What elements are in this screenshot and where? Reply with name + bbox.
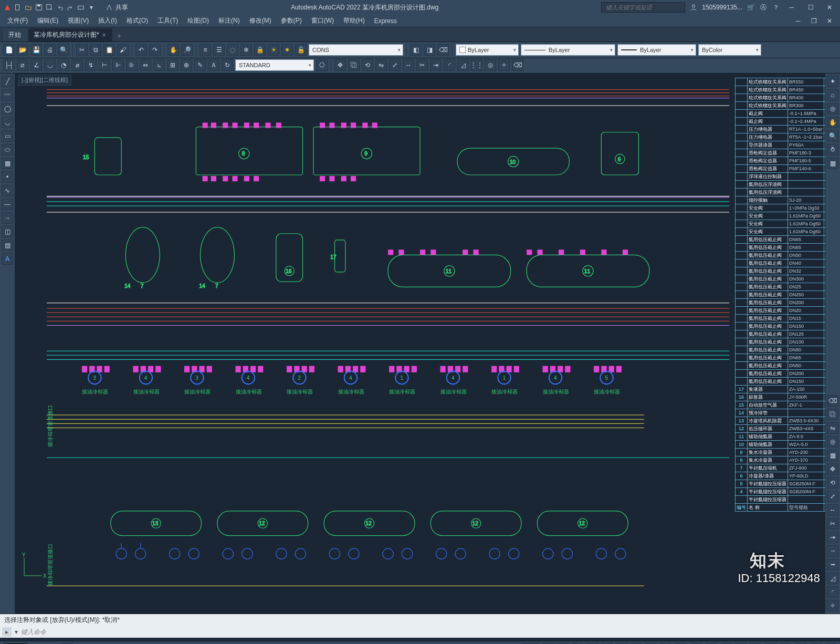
mod-extend-icon[interactable]: ⇥ [827, 532, 838, 543]
table-tool-icon[interactable]: ▤ [2, 240, 13, 251]
rectangle-icon[interactable]: ▭ [2, 130, 13, 142]
layer-lock-icon[interactable]: 🔒 [254, 44, 266, 56]
layer-states-icon[interactable]: ☰ [213, 44, 225, 56]
preview-icon[interactable]: 🔍 [58, 44, 69, 56]
polyline-icon[interactable]: 〰 [2, 89, 13, 101]
maximize-button[interactable]: ☐ [803, 3, 818, 12]
layer-unlock-icon[interactable]: 🔓 [295, 44, 307, 56]
circle-icon[interactable]: ◯ [2, 103, 13, 115]
navbar-pan-icon[interactable]: ✋ [827, 117, 838, 128]
line-icon[interactable]: ╱ [2, 76, 13, 87]
move-icon[interactable]: ✥ [334, 59, 346, 71]
textstyle-combo[interactable]: STANDARD [235, 59, 314, 71]
menu-view[interactable]: 视图(V) [64, 15, 93, 26]
new-icon[interactable] [14, 3, 22, 12]
layer-freeze-icon[interactable]: ❄ [240, 44, 252, 56]
rotate-icon[interactable]: ⟲ [362, 59, 373, 71]
saveas-icon[interactable] [45, 3, 54, 12]
layer-props-icon[interactable]: ≡ [200, 44, 211, 56]
dim-tedit-icon[interactable]: Ａ [208, 59, 219, 71]
navbar-orbit-icon[interactable]: ⥁ [827, 144, 838, 155]
close-icon[interactable]: × [102, 32, 106, 39]
zoom-icon[interactable]: 🔎 [181, 44, 193, 56]
linetype-combo[interactable]: ByLayer [521, 44, 615, 56]
mirror-icon[interactable]: ⇋ [375, 59, 387, 71]
center-mark-icon[interactable]: ⊕ [181, 59, 192, 71]
tolerance-icon[interactable]: ⊞ [167, 59, 178, 71]
print-icon[interactable]: 🖨 [44, 44, 56, 56]
close-button[interactable]: ✕ [822, 3, 837, 12]
layer-sun-icon[interactable]: ✷ [281, 44, 293, 56]
navbar-wheel-icon[interactable]: ◎ [827, 103, 838, 115]
menu-format[interactable]: 格式(O) [122, 15, 152, 26]
layer-merge-icon[interactable]: ◨ [424, 44, 435, 56]
mod-trim-icon[interactable]: ✂ [827, 518, 838, 529]
share-button[interactable]: 共享 [116, 3, 128, 12]
mod-array-icon[interactable]: ▦ [827, 450, 838, 461]
dim-aligned-icon[interactable]: ⧄ [17, 59, 28, 71]
mod-join-icon[interactable]: ━ [827, 559, 838, 570]
ray-icon[interactable]: → [2, 212, 13, 224]
mod-fillet-icon[interactable]: ◜ [827, 586, 838, 598]
block-icon[interactable]: ◫ [2, 226, 13, 237]
mod-copy-icon[interactable]: ⿻ [827, 409, 838, 420]
xline-icon[interactable]: — [2, 199, 13, 210]
autodesk-cloud-icon[interactable] [105, 3, 113, 12]
spline-icon[interactable]: ∿ [2, 185, 13, 196]
save-doc-icon[interactable]: 💾 [30, 44, 42, 56]
menu-insert[interactable]: 插入(I) [94, 15, 121, 26]
mod-scale-icon[interactable]: ⤢ [827, 491, 838, 502]
plotstyle-combo[interactable]: ByColor [698, 44, 761, 56]
menu-draw[interactable]: 绘图(D) [183, 15, 213, 26]
command-input[interactable]: 键入命令 [21, 628, 838, 637]
layer-bulb-icon[interactable]: ☀ [268, 44, 279, 56]
copy2-icon[interactable]: ⿻ [348, 59, 360, 71]
array-icon[interactable]: ⋮⋮ [471, 59, 482, 71]
dim-edit-icon[interactable]: ✎ [194, 59, 206, 71]
dim-linear-icon[interactable]: ├┤ [3, 59, 15, 71]
drawing-canvas[interactable]: [-][俯视][二维线框] [15, 74, 825, 614]
doc-restore-button[interactable]: ❐ [806, 16, 821, 26]
navbar-zoom-icon[interactable]: 🔍 [827, 130, 838, 142]
open-doc-icon[interactable]: 📂 [17, 44, 28, 56]
dropdown-icon[interactable]: ▾ [87, 3, 96, 12]
mod-stretch-icon[interactable]: ↔ [827, 504, 838, 516]
mod-erase-icon[interactable]: ⌫ [827, 395, 838, 407]
dim-jog-icon[interactable]: ↯ [85, 59, 97, 71]
menu-help[interactable]: 帮助(H) [339, 15, 369, 26]
menu-file[interactable]: 文件(F) [3, 15, 32, 26]
navbar-compass-icon[interactable]: ✦ [827, 76, 838, 87]
menu-dimension[interactable]: 标注(N) [214, 15, 244, 26]
new-doc-icon[interactable]: 📄 [3, 44, 15, 56]
trim-icon[interactable]: ✂ [416, 59, 428, 71]
undo2-icon[interactable]: ↶ [135, 44, 147, 56]
layer-del-icon[interactable]: ⌫ [437, 44, 449, 56]
mod-rotate-icon[interactable]: ⟲ [827, 477, 838, 489]
help-search-input[interactable] [601, 2, 685, 13]
arc-tool-icon[interactable]: ◡ [2, 117, 13, 128]
point-icon[interactable]: • [2, 171, 13, 183]
info-icon[interactable]: ？ [772, 3, 780, 12]
appstore-icon[interactable]: Ⓐ [759, 3, 768, 12]
open-icon[interactable] [24, 3, 33, 12]
menu-edit[interactable]: 编辑(E) [33, 15, 62, 26]
stretch-icon[interactable]: ↔ [403, 59, 414, 71]
tab-start[interactable]: 开始 [3, 28, 27, 41]
menu-parametric[interactable]: 参数(P) [277, 15, 306, 26]
redo2-icon[interactable]: ↷ [149, 44, 161, 56]
dimstyle-icon[interactable]: ⎔ [316, 59, 328, 71]
mod-move-icon[interactable]: ✥ [827, 463, 838, 475]
new-tab-button[interactable]: ＋ [113, 30, 125, 41]
ellipse-icon[interactable]: ⬭ [2, 144, 13, 155]
pan-icon[interactable]: ✋ [167, 44, 179, 56]
hatch-icon[interactable]: ▦ [2, 158, 13, 169]
doc-close-button[interactable]: ✕ [822, 16, 837, 26]
navbar-showmotion-icon[interactable]: ▦ [827, 158, 838, 169]
scale-icon[interactable]: ⤢ [389, 59, 401, 71]
navbar-home-icon[interactable]: ⌂ [827, 89, 838, 101]
mtext-icon[interactable]: A [2, 253, 13, 265]
mod-chamfer-icon[interactable]: ◿ [827, 573, 838, 584]
layer-iso-icon[interactable]: ◧ [410, 44, 422, 56]
dim-ordinate-icon[interactable]: ⊢ [99, 59, 110, 71]
fillet-icon[interactable]: ◜ [444, 59, 455, 71]
